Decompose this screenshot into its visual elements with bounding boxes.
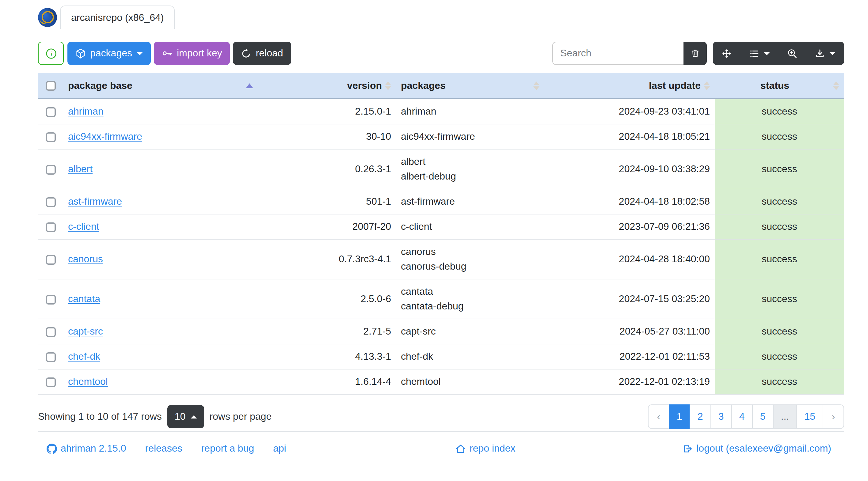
tab-title: arcanisrepo (x86_64)	[71, 12, 164, 23]
page-button-15[interactable]: 15	[796, 405, 823, 429]
info-button[interactable]: i	[38, 42, 64, 65]
tab-repository[interactable]: arcanisrepo (x86_64)	[60, 5, 175, 29]
page-button-5[interactable]: 5	[752, 405, 774, 429]
select-all-checkbox[interactable]	[46, 81, 56, 91]
search-input[interactable]	[552, 42, 683, 65]
row-checkbox[interactable]	[46, 327, 56, 337]
page-ellipsis: ...	[773, 405, 797, 429]
columns-dropdown-button[interactable]	[741, 42, 778, 65]
reload-button[interactable]: reload	[233, 42, 291, 65]
version-cell: 2.15.0-1	[258, 99, 396, 124]
page-button-3[interactable]: 3	[710, 405, 732, 429]
logout-link[interactable]: logout (esalexeev@gmail.com)	[682, 443, 831, 454]
pagination-bar: Showing 1 to 10 of 147 rows 10 rows per …	[38, 405, 844, 429]
reload-button-label: reload	[256, 48, 283, 59]
report-bug-link[interactable]: report a bug	[201, 443, 254, 454]
top-bar: arcanisrepo (x86_64)	[38, 0, 844, 29]
package-base-link[interactable]: albert	[68, 164, 93, 174]
toolbar-right	[552, 42, 844, 65]
packages-cell: cantata cantata-debug	[396, 279, 544, 319]
packages-cell: aic94xx-firmware	[396, 124, 544, 149]
package-base-link[interactable]: ahriman	[68, 106, 103, 117]
last-update-cell: 2022-12-01 02:13:19	[544, 369, 715, 394]
status-cell: success	[715, 319, 844, 344]
status-cell: success	[715, 279, 844, 319]
version-cell: 2.5.0-6	[258, 279, 396, 319]
row-checkbox[interactable]	[46, 107, 56, 117]
page-prev-button[interactable]: ‹	[648, 405, 670, 429]
package-base-link[interactable]: aic94xx-firmware	[68, 131, 142, 141]
package-base-link[interactable]: canorus	[68, 254, 103, 264]
row-checkbox[interactable]	[46, 255, 56, 265]
row-checkbox[interactable]	[46, 222, 56, 232]
package-base-link[interactable]: ast-firmware	[68, 196, 122, 206]
packages-button-label: packages	[90, 48, 132, 59]
github-icon	[46, 443, 57, 454]
package-base-link[interactable]: c-client	[68, 221, 99, 232]
row-checkbox[interactable]	[46, 132, 56, 142]
packages-cell: chemtool	[396, 369, 544, 394]
page-button-4[interactable]: 4	[731, 405, 753, 429]
column-header-packages[interactable]: packages	[396, 73, 544, 99]
info-circle-icon: i	[45, 47, 57, 59]
page-size-dropdown-button[interactable]: 10	[167, 405, 204, 428]
import-key-button[interactable]: import key	[154, 42, 230, 65]
page-next-button[interactable]: ›	[823, 405, 844, 429]
repo-index-link[interactable]: repo index	[456, 443, 515, 454]
key-icon	[161, 48, 173, 59]
column-header-package-base[interactable]: package base	[63, 73, 258, 99]
last-update-cell: 2024-09-23 03:41:01	[544, 99, 715, 124]
row-checkbox[interactable]	[46, 165, 56, 174]
status-cell: success	[715, 189, 844, 214]
row-checkbox[interactable]	[46, 295, 56, 304]
app-version-label: ahriman 2.15.0	[61, 443, 126, 454]
columns-list-icon	[749, 48, 760, 59]
row-checkbox[interactable]	[46, 197, 56, 207]
chevron-down-icon	[136, 52, 143, 55]
package-base-link[interactable]: chemtool	[68, 376, 108, 387]
table-row: chef-dk 4.13.3-1 chef-dk 2022-12-01 02:1…	[38, 344, 844, 369]
logout-icon	[682, 443, 693, 454]
status-cell: success	[715, 99, 844, 124]
reload-icon	[241, 48, 252, 59]
clear-search-button[interactable]	[683, 42, 707, 65]
sort-ascending-icon	[246, 83, 253, 88]
row-checkbox[interactable]	[46, 352, 56, 362]
package-base-link[interactable]: capt-src	[68, 326, 103, 336]
column-header-last-update[interactable]: last update	[544, 73, 715, 99]
column-header-version[interactable]: version	[258, 73, 396, 99]
chevron-down-icon	[764, 52, 770, 55]
status-cell: success	[715, 124, 844, 149]
footer-links: ahriman 2.15.0 releases report a bug api	[46, 443, 286, 454]
status-cell: success	[715, 214, 844, 239]
version-cell: 0.7.3rc3-4.1	[258, 239, 396, 279]
toggle-fullscreen-button[interactable]	[713, 42, 741, 65]
github-version-link[interactable]: ahriman 2.15.0	[46, 443, 126, 454]
toggle-detail-view-button[interactable]	[778, 42, 806, 65]
ahriman-logo-icon	[38, 8, 57, 27]
rows-per-page-label: rows per page	[209, 411, 272, 422]
table-row: ast-firmware 501-1 ast-firmware 2024-04-…	[38, 189, 844, 214]
version-cell: 501-1	[258, 189, 396, 214]
api-link[interactable]: api	[273, 443, 286, 454]
page-button-1[interactable]: 1	[669, 405, 690, 429]
repo-manager-page: arcanisrepo (x86_64) i packages	[0, 0, 868, 481]
packages-table: package base version packages last updat…	[38, 73, 844, 395]
page-size-value: 10	[175, 411, 186, 422]
package-base-link[interactable]: chef-dk	[68, 351, 100, 361]
packages-cell: albert albert-debug	[396, 149, 544, 189]
table-view-button-group	[713, 42, 844, 65]
last-update-cell: 2024-09-10 03:38:29	[544, 149, 715, 189]
page-button-2[interactable]: 2	[690, 405, 711, 429]
packages-cell: canorus canorus-debug	[396, 239, 544, 279]
toolbar-left: i packages import key	[38, 42, 291, 65]
row-checkbox[interactable]	[46, 378, 56, 387]
export-dropdown-button[interactable]	[806, 42, 844, 65]
package-base-link[interactable]: cantata	[68, 293, 100, 304]
packages-dropdown-button[interactable]: packages	[67, 42, 151, 65]
releases-link[interactable]: releases	[145, 443, 182, 454]
repo-index-label: repo index	[470, 443, 515, 454]
version-cell: 0.26.3-1	[258, 149, 396, 189]
sort-both-icon	[533, 81, 539, 90]
column-header-status[interactable]: status	[715, 73, 844, 99]
